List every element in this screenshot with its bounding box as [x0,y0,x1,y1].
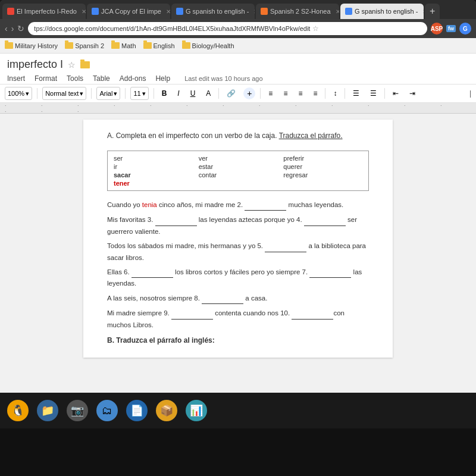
bookmark-biology-label: Biology/Health [192,42,234,49]
docs-star-icon[interactable]: ☆ [68,60,76,70]
indent-decrease-button[interactable]: ⇤ [390,87,402,100]
asp-icon[interactable]: ASP [431,23,443,35]
bookmark-english-label: English [154,42,175,49]
italic-button[interactable]: I [174,87,182,100]
font-select[interactable]: Arial ▾ [96,87,120,100]
back-button[interactable]: ‹ [5,24,8,33]
align-center-button[interactable]: ≡ [280,87,290,100]
align-justify-button[interactable]: ≡ [310,87,320,100]
tab-4[interactable]: Spanish 2 S2-Honea ✕ [256,4,339,19]
folder-icon [143,42,152,49]
bookmark-math[interactable]: Math [111,42,136,49]
docs-header: imperfecto I ☆ Insert Format Tools Table… [0,54,476,84]
tab2-favicon [92,8,99,15]
tab2-close[interactable]: ✕ [166,8,170,15]
doc-heading: A. Completa en el imperfecto con un verb… [107,131,369,140]
address-input[interactable]: tps://docs.google.com/document/d/1hAn-dt… [28,22,427,35]
align-right-button[interactable]: ≡ [295,87,305,100]
tab3-favicon [176,8,183,15]
taskbar-files-icon[interactable]: 🗂 [96,400,118,421]
tab4-close[interactable]: ✕ [336,8,339,15]
bookmark-biology[interactable]: Biology/Health [182,42,234,49]
menu-insert[interactable]: Insert [7,74,25,83]
zoom-select[interactable]: 100% ▾ [5,87,32,100]
bookmark-spansih2[interactable]: Spansih 2 [65,42,104,49]
taskbar: 🐧 📁 📷 🗂 📄 📦 📊 [0,393,476,428]
tab1-label: El Imperfecto I-Redo [17,8,77,15]
taskbar-sheets-icon[interactable]: 📊 [186,400,207,421]
bottom-bezel [0,428,476,476]
bookmark-military-history[interactable]: Military History [5,42,58,49]
new-tab-button[interactable]: + [425,4,440,19]
tab-1[interactable]: El Imperfecto I-Redo ✕ [2,4,86,19]
toolbar-sep-2 [91,88,92,99]
tab3-label: G spanish to english - [186,8,249,15]
numbered-list-button[interactable]: ☰ [367,87,380,100]
underline-button[interactable]: U [187,87,199,100]
blank-4 [304,214,346,226]
vocab-regresar: regresar [283,171,362,178]
menu-tools[interactable]: Tools [67,74,83,83]
link-button[interactable]: 🔗 [224,87,239,100]
docs-folder-icon[interactable] [80,61,90,68]
align-left-button[interactable]: ≡ [265,87,275,100]
vocab-ver: ver [199,155,278,162]
blank-8 [202,293,243,304]
menu-addons[interactable]: Add-ons [120,74,146,83]
bookmark-star-icon[interactable]: ☆ [312,24,319,33]
bookmark-english[interactable]: English [143,42,175,49]
size-chevron-icon: ▾ [142,90,146,98]
tab5-close[interactable]: ✕ [422,8,424,15]
taskbar-camera-icon[interactable]: 📷 [67,400,88,421]
insert-button[interactable]: + [243,87,255,99]
cursor-indicator: | [469,89,471,98]
ruler-markings: · · · · · · · · · · · · · · · · [5,103,471,114]
folder-icon [65,42,73,49]
sentence-5: A las seis, nosotros siempre 8. a casa. [107,293,369,304]
content-scroll-area[interactable]: A. Completa en el imperfecto con un verb… [0,114,476,393]
toolbar-sep-1 [37,88,37,99]
menu-format[interactable]: Format [35,74,57,83]
sentence-1: Cuando yo tenia cinco años, mi madre me … [107,199,369,211]
document-body: A. Completa en el imperfecto con un verb… [83,120,393,358]
taskbar-folder-icon[interactable]: 📁 [37,400,58,421]
list-button[interactable]: ☰ [350,87,362,100]
menu-help[interactable]: Help [155,74,170,83]
sentence-6: Mi madre siempre 9. contenta cuando nos … [107,308,369,330]
heading-text: A. Completa en el imperfecto con un verb… [107,131,277,140]
folder-icon [182,42,190,49]
text-color-button[interactable]: A [203,87,214,100]
line-spacing-button[interactable]: ↕ [330,87,340,100]
tab3-close[interactable]: ✕ [253,8,255,15]
tab4-favicon [261,8,268,15]
taskbar-penguin-icon[interactable]: 🐧 [7,400,29,421]
last-edit-text: Last edit was 10 hours ago [184,75,262,82]
sentence-2: Mis favoritas 3. las leyendas aztecas po… [107,214,369,237]
reload-button[interactable]: ↻ [17,24,24,33]
taskbar-drive-icon[interactable]: 📦 [156,400,177,421]
menu-table[interactable]: Table [93,74,110,83]
tab-5[interactable]: G spanish to english - ✕ [340,4,424,19]
indent-increase-button[interactable]: ⇥ [406,87,418,100]
style-chevron-icon: ▾ [80,90,83,98]
bold-button[interactable]: B [159,87,170,100]
google-account-icon[interactable]: G [459,23,471,35]
folder-icon [5,42,13,49]
toolbar-sep-9 [384,88,385,99]
tab-2[interactable]: JCA Copy of El impe ✕ [87,4,170,19]
zoom-chevron-icon: ▾ [26,90,29,98]
tab1-close[interactable]: ✕ [82,8,86,15]
bookmarks-bar: Military History Spansih 2 Math English … [0,38,476,54]
size-select[interactable]: 11 ▾ [130,87,148,100]
style-select[interactable]: Normal text ▾ [42,87,86,100]
forward-button[interactable]: › [11,24,14,33]
tab4-label: Spanish 2 S2-Honea [270,8,331,15]
tab-3[interactable]: G spanish to english - ✕ [171,4,255,19]
docs-title: imperfecto I [7,58,63,71]
toolbar-sep-3 [125,88,126,99]
vocab-contar: contar [199,171,278,178]
taskbar-doc-icon[interactable]: 📄 [126,400,148,421]
blank-5 [265,240,306,252]
style-value: Normal text [45,90,79,97]
vocab-tener: tener [114,180,193,187]
